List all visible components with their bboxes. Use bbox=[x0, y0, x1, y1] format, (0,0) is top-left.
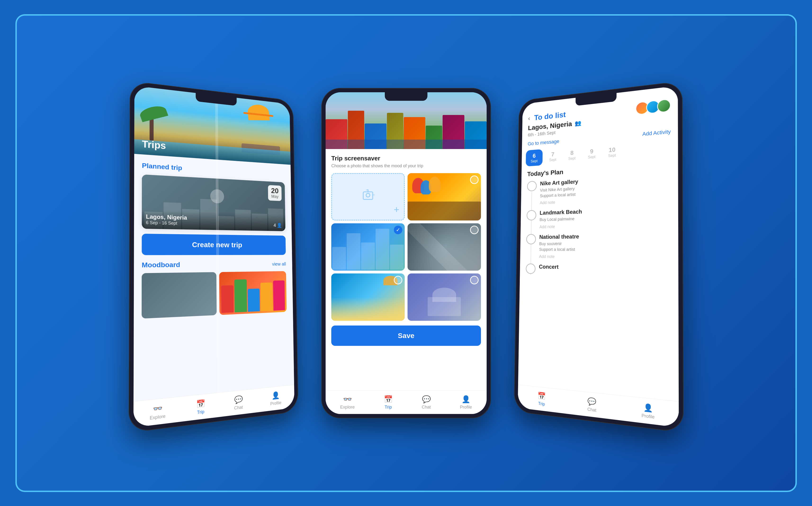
nav2-chat[interactable]: 💬 Chat bbox=[422, 395, 431, 410]
date-10-num: 10 bbox=[609, 146, 615, 154]
todo-item-1: Nike Art gallery Visit Nike Art galleryS… bbox=[527, 173, 671, 206]
hut-1 bbox=[221, 285, 234, 313]
app-container: Trips Planned trip bbox=[15, 14, 797, 492]
svg-line-3 bbox=[366, 189, 368, 190]
date-6-num: 6 bbox=[533, 152, 536, 159]
nav2-trip[interactable]: 📅 Trip bbox=[384, 395, 392, 410]
svg-rect-0 bbox=[363, 192, 373, 199]
nav2-profile[interactable]: 👤 Profile bbox=[460, 395, 472, 410]
nav3-profile-label: Profile bbox=[641, 413, 654, 420]
road-photo[interactable] bbox=[408, 223, 481, 271]
date-9-label: Sept bbox=[588, 155, 595, 159]
trip-icon: 📅 bbox=[196, 399, 205, 408]
nav3-profile[interactable]: 👤 Profile bbox=[641, 402, 654, 420]
view-all-link[interactable]: view all bbox=[272, 261, 286, 266]
trip-people: 4 👤 bbox=[273, 222, 282, 228]
add-photo-cell[interactable]: + bbox=[331, 173, 405, 221]
selected-check[interactable]: ✓ bbox=[394, 226, 402, 234]
nav-trip[interactable]: 📅 Trip bbox=[196, 399, 205, 415]
date-badge: 20 May bbox=[268, 185, 281, 201]
nav2-trip-icon: 📅 bbox=[384, 395, 392, 403]
nav-trip-label: Trip bbox=[197, 409, 204, 415]
add-note-2[interactable]: Add note bbox=[539, 222, 671, 229]
date-pill-9[interactable]: 9 Sept bbox=[583, 144, 601, 163]
ms-4 bbox=[376, 229, 389, 270]
nav2-trip-label: Trip bbox=[385, 405, 392, 410]
screensaver-content: Trip screensaver Choose a photo that sho… bbox=[326, 149, 487, 390]
dome-photo[interactable] bbox=[408, 273, 481, 321]
date-pill-10[interactable]: 10 Sept bbox=[602, 143, 621, 161]
date-10-label: Sept bbox=[608, 153, 616, 158]
date-pill-8[interactable]: 8 Sept bbox=[563, 146, 581, 164]
trips-screen: Trips Planned trip bbox=[133, 86, 294, 427]
select-radio-1[interactable] bbox=[470, 175, 479, 184]
header-left: ‹ To do list Lagos, Nigeria 👥 6th - 16th… bbox=[528, 102, 635, 138]
todo-item-4: Concert bbox=[526, 263, 671, 276]
bottom-nav-2: 👓 Explore 📅 Trip 💬 Chat 👤 Profile bbox=[326, 390, 487, 414]
mini-skyline bbox=[331, 223, 405, 271]
date-8-label: Sept bbox=[568, 156, 576, 161]
todo-text-2: Landmark Beach Buy Local palmwine bbox=[539, 205, 671, 223]
todo-checkbox-4[interactable] bbox=[526, 263, 536, 274]
explore-icon: 👓 bbox=[153, 403, 162, 413]
moodboard-item-1[interactable] bbox=[142, 272, 217, 319]
todo-row-3: National theatre Buy souvenirSupport a l… bbox=[526, 232, 671, 252]
beach-photo[interactable] bbox=[331, 273, 405, 321]
todo-text-3: National theatre Buy souvenirSupport a l… bbox=[539, 232, 671, 252]
moodboard-item-2[interactable] bbox=[219, 271, 286, 315]
add-note-3[interactable]: Add note bbox=[539, 254, 671, 259]
trip-card[interactable]: 20 May Lagos, Nigeria 6 Sep - 16 Sept 4 … bbox=[142, 174, 285, 231]
nav-explore-label: Explore bbox=[150, 413, 165, 421]
todo-desc-3: Buy souvenirSupport a local artist bbox=[539, 240, 671, 252]
temple bbox=[408, 201, 481, 221]
screensaver-screen: Trip screensaver Choose a photo that sho… bbox=[326, 92, 487, 414]
select-radio-4[interactable] bbox=[470, 276, 479, 284]
select-radio-3[interactable] bbox=[394, 276, 402, 284]
todo-list-title: To do list bbox=[534, 110, 566, 122]
avatar-3 bbox=[657, 98, 671, 113]
nav-explore[interactable]: 👓 Explore bbox=[150, 403, 165, 421]
city-overlay bbox=[331, 223, 405, 271]
moodboard-header: Moodboard view all bbox=[142, 260, 286, 269]
tower bbox=[215, 272, 217, 319]
balloons-photo[interactable] bbox=[408, 173, 481, 221]
water-reflection bbox=[326, 140, 487, 149]
date-pill-7[interactable]: 7 Sept bbox=[544, 147, 561, 165]
todo-row-4: Concert bbox=[526, 263, 671, 276]
todo-checkbox-1[interactable] bbox=[527, 181, 537, 191]
back-button[interactable]: ‹ bbox=[528, 114, 530, 121]
city-photo[interactable]: ✓ bbox=[331, 223, 405, 271]
screensaver-subtitle: Choose a photo that shows the mood of yo… bbox=[331, 163, 481, 168]
nav-profile[interactable]: 👤 Profile bbox=[270, 391, 281, 406]
nav3-trip[interactable]: 📅 Trip bbox=[537, 391, 546, 407]
nav-chat[interactable]: 💬 Chat bbox=[234, 395, 243, 410]
hut-2 bbox=[234, 279, 247, 312]
phone-todo: ‹ To do list Lagos, Nigeria 👥 6th - 16th… bbox=[514, 81, 684, 433]
save-button[interactable]: Save bbox=[331, 326, 481, 346]
create-trip-button[interactable]: Create new trip bbox=[142, 234, 286, 255]
nav2-chat-icon: 💬 bbox=[422, 395, 430, 403]
nav3-chat[interactable]: 💬 Chat bbox=[587, 397, 596, 413]
balloon-3 bbox=[429, 177, 441, 192]
svg-point-1 bbox=[366, 193, 370, 197]
nav3-trip-icon: 📅 bbox=[538, 391, 546, 401]
todo-checkbox-3[interactable] bbox=[526, 234, 536, 244]
todo-item-3: National theatre Buy souvenirSupport a l… bbox=[526, 232, 671, 259]
beach-sand bbox=[331, 297, 405, 321]
nav2-explore[interactable]: 👓 Explore bbox=[340, 395, 354, 410]
date-pill-6[interactable]: 6 Sept bbox=[526, 149, 543, 166]
todo-items-list: Nike Art gallery Visit Nike Art galleryS… bbox=[518, 173, 678, 402]
select-radio-2[interactable] bbox=[470, 226, 479, 234]
photo-grid: + bbox=[331, 173, 481, 321]
nav3-chat-icon: 💬 bbox=[588, 397, 596, 406]
nav2-explore-icon: 👓 bbox=[343, 395, 352, 403]
profile-icon: 👤 bbox=[272, 391, 280, 400]
chat-icon: 💬 bbox=[234, 395, 243, 404]
nav2-profile-label: Profile bbox=[460, 405, 472, 410]
todo-name-3: National theatre bbox=[539, 232, 671, 240]
todo-row-2: Landmark Beach Buy Local palmwine bbox=[526, 205, 671, 223]
hut-4 bbox=[260, 282, 272, 311]
ms-3 bbox=[361, 242, 375, 269]
nav2-chat-label: Chat bbox=[422, 405, 431, 410]
todo-checkbox-2[interactable] bbox=[526, 210, 536, 221]
